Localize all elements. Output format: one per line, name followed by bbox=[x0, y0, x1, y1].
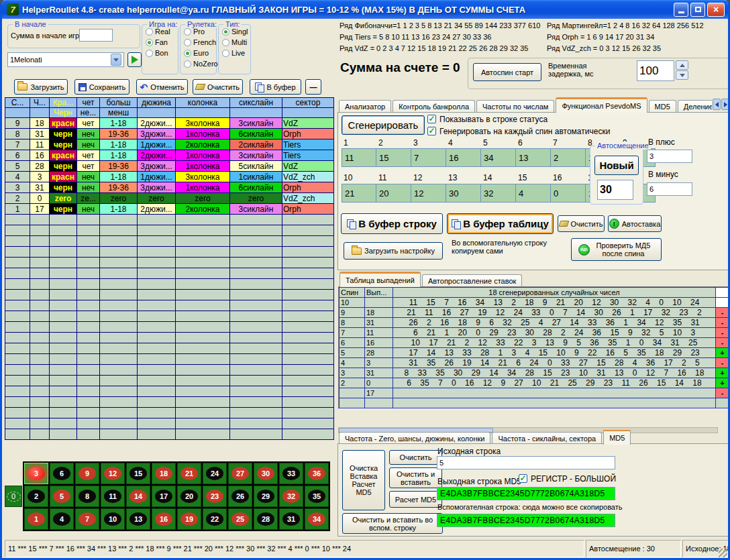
board-cell-12[interactable]: 12 bbox=[101, 463, 125, 484]
history-empty-cell[interactable] bbox=[30, 376, 50, 386]
board-cell-9[interactable]: 9 bbox=[75, 463, 99, 484]
history-empty-cell[interactable] bbox=[50, 236, 77, 247]
radio-option-fan[interactable]: Fan bbox=[146, 38, 178, 46]
md5-calc-button[interactable]: Расчет MD5 bbox=[389, 491, 442, 508]
history-header-cell[interactable]: чет bbox=[77, 98, 100, 108]
history-empty-cell[interactable] bbox=[5, 397, 30, 408]
history-empty-cell[interactable] bbox=[77, 225, 100, 236]
autobet-button[interactable]: !Автоставка bbox=[608, 215, 662, 232]
spins-spin-cell[interactable]: 7 bbox=[340, 328, 365, 338]
history-empty-cell[interactable] bbox=[100, 300, 138, 311]
history-empty-cell[interactable] bbox=[77, 268, 100, 279]
history-empty-cell[interactable] bbox=[100, 258, 138, 268]
history-empty-cell[interactable] bbox=[100, 236, 138, 247]
toolbar-button-3[interactable]: ↶Отменить bbox=[136, 79, 188, 95]
history-empty-cell[interactable] bbox=[282, 365, 334, 376]
history-empty-cell[interactable] bbox=[5, 290, 30, 300]
history-empty-cell[interactable] bbox=[138, 429, 176, 440]
play-button[interactable] bbox=[127, 52, 142, 67]
close-button[interactable]: × bbox=[707, 3, 725, 17]
history-empty-cell[interactable] bbox=[50, 418, 77, 429]
tab-freq-3[interactable]: MD5 bbox=[603, 430, 631, 445]
history-empty-cell[interactable] bbox=[230, 290, 282, 300]
history-cell[interactable]: 28 bbox=[30, 161, 50, 172]
history-empty-cell[interactable] bbox=[230, 365, 282, 376]
history-empty-cell[interactable] bbox=[100, 343, 138, 354]
md5-clear-paste-button[interactable]: Очистить и вставить bbox=[389, 467, 442, 488]
history-empty-cell[interactable] bbox=[5, 247, 30, 258]
spins-spin-cell[interactable] bbox=[340, 398, 365, 408]
spins-spin-cell[interactable]: 9 bbox=[340, 308, 365, 318]
history-empty-cell[interactable] bbox=[138, 225, 176, 236]
history-empty-cell[interactable] bbox=[176, 300, 230, 311]
history-cell[interactable]: 2дюжи... bbox=[138, 118, 176, 129]
history-empty-cell[interactable] bbox=[5, 300, 30, 311]
history-empty-cell[interactable] bbox=[138, 247, 176, 258]
spins-values-cell[interactable]: 11 15 7 16 34 13 2 18 9 21 20 12 30 32 4… bbox=[393, 298, 716, 308]
radio-option-nozero[interactable]: NoZero bbox=[184, 60, 216, 68]
spins-num-cell[interactable]: 3 bbox=[365, 358, 393, 368]
history-empty-cell[interactable] bbox=[50, 215, 77, 225]
history-empty-cell[interactable] bbox=[138, 408, 176, 418]
toolbar-button-6[interactable]: — bbox=[305, 79, 321, 95]
minimize-button[interactable] bbox=[674, 3, 688, 17]
history-cell[interactable]: чет bbox=[77, 161, 100, 172]
history-cell[interactable]: 1 bbox=[5, 204, 30, 215]
clear-button[interactable]: Очистить bbox=[558, 215, 605, 232]
history-empty-cell[interactable] bbox=[230, 322, 282, 333]
history-cell[interactable]: 4 bbox=[5, 172, 30, 182]
history-header-cell[interactable]: менш bbox=[100, 108, 138, 118]
generated-number-cell[interactable]: 32 bbox=[481, 184, 516, 203]
history-empty-cell[interactable] bbox=[30, 247, 50, 258]
history-cell[interactable]: 6сиклайн bbox=[230, 182, 282, 193]
spins-mark-cell[interactable]: + bbox=[716, 368, 729, 378]
history-cell[interactable]: zero bbox=[100, 193, 138, 204]
history-cell[interactable]: 3сиклайн bbox=[230, 150, 282, 161]
history-empty-cell[interactable] bbox=[100, 418, 138, 429]
history-header-cell[interactable] bbox=[230, 108, 282, 118]
history-empty-cell[interactable] bbox=[100, 225, 138, 236]
generated-number-cell[interactable]: 0 bbox=[551, 184, 586, 203]
history-cell[interactable]: 5сиклайн bbox=[230, 161, 282, 172]
history-empty-cell[interactable] bbox=[138, 268, 176, 279]
history-empty-cell[interactable] bbox=[30, 258, 50, 268]
history-empty-cell[interactable] bbox=[50, 311, 77, 322]
history-empty-cell[interactable] bbox=[138, 418, 176, 429]
history-empty-cell[interactable] bbox=[30, 408, 50, 418]
history-empty-cell[interactable] bbox=[50, 322, 77, 333]
history-empty-cell[interactable] bbox=[138, 236, 176, 247]
history-cell[interactable]: Tiers bbox=[282, 139, 334, 150]
history-empty-cell[interactable] bbox=[77, 365, 100, 376]
board-cell-6[interactable]: 6 bbox=[50, 463, 74, 484]
history-empty-cell[interactable] bbox=[230, 354, 282, 365]
history-header-cell[interactable]: дюжина bbox=[138, 98, 176, 108]
history-empty-cell[interactable] bbox=[5, 268, 30, 279]
history-cell[interactable]: 3сиклайн bbox=[230, 118, 282, 129]
history-cell[interactable]: 19-36 bbox=[100, 161, 138, 172]
history-header-cell[interactable]: Ч... bbox=[30, 98, 50, 108]
history-cell[interactable]: 1колонка bbox=[176, 182, 230, 193]
history-cell[interactable]: 2колонка bbox=[176, 204, 230, 215]
md5-clear-button[interactable]: Очистить bbox=[389, 450, 442, 465]
history-empty-cell[interactable] bbox=[30, 215, 50, 225]
history-empty-cell[interactable] bbox=[50, 365, 77, 376]
board-cell-1[interactable]: 1 bbox=[24, 508, 48, 530]
spins-num-cell[interactable]: 16 bbox=[365, 338, 393, 348]
history-empty-cell[interactable] bbox=[282, 311, 334, 322]
history-empty-cell[interactable] bbox=[138, 300, 176, 311]
history-cell[interactable]: 17 bbox=[30, 204, 50, 215]
history-empty-cell[interactable] bbox=[100, 333, 138, 343]
board-cell-14[interactable]: 14 bbox=[126, 486, 150, 507]
board-cell-27[interactable]: 27 bbox=[228, 463, 252, 484]
history-empty-cell[interactable] bbox=[138, 311, 176, 322]
history-empty-cell[interactable] bbox=[77, 386, 100, 397]
history-empty-cell[interactable] bbox=[230, 418, 282, 429]
history-empty-cell[interactable] bbox=[176, 322, 230, 333]
history-empty-cell[interactable] bbox=[77, 279, 100, 290]
combo-dropdown-button[interactable] bbox=[111, 54, 121, 66]
radio-option-singl[interactable]: Singl bbox=[222, 27, 250, 36]
history-empty-cell[interactable] bbox=[176, 376, 230, 386]
history-cell[interactable]: 3 bbox=[5, 182, 30, 193]
history-empty-cell[interactable] bbox=[230, 376, 282, 386]
history-empty-cell[interactable] bbox=[100, 376, 138, 386]
